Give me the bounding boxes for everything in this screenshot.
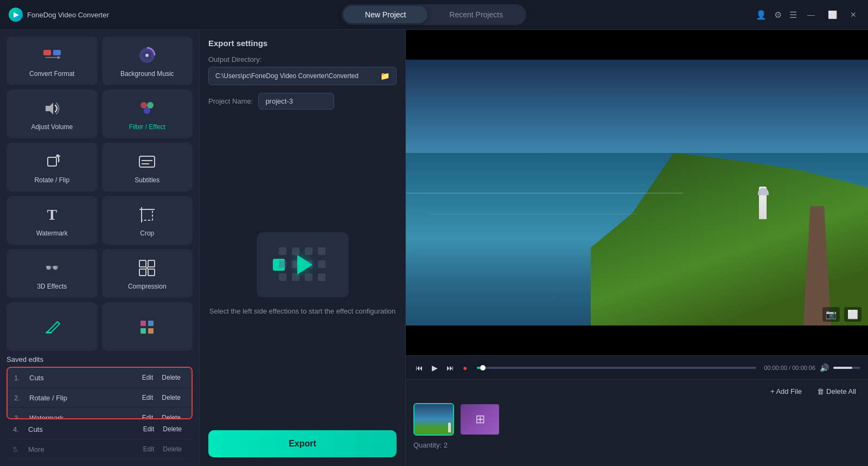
preview-overlay-controls: 📷 ⬜ [822, 307, 861, 322]
effect-placeholder: Select the left side effections to start… [208, 118, 397, 430]
close-button[interactable]: ✕ [847, 9, 859, 20]
file-list-actions: + Add File 🗑 Delete All [766, 385, 860, 398]
effect-icon-area [257, 232, 349, 297]
volume-slider[interactable] [833, 367, 860, 369]
tool-compression[interactable]: Compression [102, 249, 193, 298]
tool-watermark[interactable]: T Watermark [7, 196, 98, 245]
saved-edit-item-1: 1. Cuts Edit Delete [8, 368, 192, 388]
edit-btn-2[interactable]: Edit [138, 393, 158, 403]
svg-rect-27 [148, 328, 154, 334]
tool-convert-format[interactable]: Convert Format [7, 36, 98, 85]
user-icon[interactable]: 👤 [756, 10, 767, 20]
tool-rotate-flip[interactable]: Rotate / Flip [7, 143, 98, 191]
water-highlight-1 [406, 193, 683, 194]
progress-bar[interactable] [477, 367, 756, 369]
adjust-volume-label: Adjust Volume [31, 123, 73, 131]
play-button[interactable]: ▶ [430, 361, 440, 374]
background-music-icon [137, 45, 157, 66]
lighthouse-top [758, 188, 769, 195]
adjust-volume-icon [42, 98, 62, 119]
snapshot-button[interactable]: 📷 [822, 307, 840, 322]
video-preview: 📷 ⬜ [406, 30, 868, 355]
middle-panel: Export settings Output Directory: C:\Use… [200, 30, 406, 466]
svg-rect-14 [142, 209, 152, 220]
record-button[interactable]: ● [461, 361, 469, 374]
volume-icon[interactable]: 🔊 [820, 363, 829, 372]
tool-subtitles[interactable]: Subtitles [102, 143, 193, 191]
video-frame: 📷 ⬜ [406, 30, 868, 355]
file-list-area: + Add File 🗑 Delete All ⊞ [406, 379, 868, 466]
skip-back-button[interactable]: ⏮ [413, 361, 425, 374]
export-button[interactable]: Export [208, 430, 397, 457]
delete-all-button[interactable]: 🗑 Delete All [813, 385, 860, 398]
saved-edits-section: Saved edits 1. Cuts Edit Delete 2. Rotat… [7, 355, 193, 459]
saved-edit-item-2: 2. Rotate / Flip Edit Delete [8, 388, 192, 408]
tool-background-music[interactable]: Background Music [102, 36, 193, 85]
edit-btn-4[interactable]: Edit [139, 424, 159, 434]
nav-tabs: New Project Recent Projects [342, 4, 526, 25]
menu-icon[interactable]: ☰ [789, 10, 797, 20]
watermark-icon: T [42, 205, 62, 225]
delete-btn-3[interactable]: Delete [157, 413, 185, 419]
tool-filter-effect[interactable]: Filter / Effect [102, 90, 193, 138]
thumbnail-2[interactable]: ⊞ [459, 403, 500, 436]
tab-new-project[interactable]: New Project [343, 6, 427, 23]
svg-rect-26 [141, 328, 146, 334]
svg-rect-19 [139, 269, 146, 276]
svg-rect-20 [148, 269, 155, 276]
delete-btn-1[interactable]: Delete [157, 373, 185, 382]
thumb-2-scene: ⊞ [461, 404, 499, 435]
tool-11[interactable] [7, 302, 98, 351]
quantity-label: Quantity: 2 [413, 441, 448, 449]
edit-btn-5[interactable]: Edit [139, 444, 159, 454]
folder-browse-icon[interactable]: 📁 [380, 72, 390, 80]
edit-name-2: Rotate / Flip [29, 394, 138, 402]
delete-btn-4[interactable]: Delete [158, 424, 186, 434]
3d-effects-label: 3D Effects [37, 283, 67, 290]
convert-format-icon [42, 45, 62, 66]
output-directory-field: Output Directory: C:\Users\pc\FoneDog Vi… [208, 55, 397, 85]
delete-btn-2[interactable]: Delete [157, 393, 185, 403]
edit-number-4: 4. [13, 425, 24, 433]
svg-rect-25 [148, 321, 154, 326]
crop-label: Crop [140, 229, 154, 237]
add-file-button[interactable]: + Add File [766, 385, 806, 398]
svg-point-5 [145, 54, 149, 57]
rotate-flip-label: Rotate / Flip [34, 176, 69, 184]
video-content [406, 60, 868, 325]
tool-12[interactable] [102, 302, 193, 351]
edit-btn-3[interactable]: Edit [138, 413, 158, 419]
output-directory-label: Output Directory: [208, 55, 397, 63]
tool-adjust-volume[interactable]: Adjust Volume [7, 90, 98, 138]
output-path-field[interactable]: C:\Users\pc\FoneDog Video Converter\Conv… [208, 67, 397, 85]
edit-btn-1[interactable]: Edit [138, 373, 158, 382]
minimize-button[interactable]: — [805, 9, 818, 20]
3d-effects-icon: 👓 [42, 258, 62, 278]
skip-forward-button[interactable]: ⏭ [444, 361, 456, 374]
edit-name-4: Cuts [28, 425, 139, 433]
tab-recent-projects[interactable]: Recent Projects [427, 6, 525, 23]
delete-btn-5[interactable]: Delete [158, 444, 186, 454]
progress-dot [480, 365, 486, 371]
tool-3d-effects[interactable]: 👓 3D Effects [7, 249, 98, 298]
fullscreen-button[interactable]: ⬜ [844, 307, 861, 322]
letterbox-bottom [406, 325, 868, 355]
project-name-input[interactable] [258, 93, 334, 110]
svg-marker-2 [58, 56, 61, 59]
svg-point-7 [147, 102, 154, 108]
project-name-label: Project Name: [208, 97, 253, 105]
thumbnail-1[interactable] [413, 403, 454, 436]
app-title: FoneDog Video Converter [27, 11, 109, 19]
delete-all-label: Delete All [826, 387, 856, 395]
maximize-button[interactable]: ⬜ [825, 9, 840, 20]
tools-grid: Convert Format Background Music [7, 36, 193, 351]
video-controls-bar: ⏮ ▶ ⏭ ● 00:00:00 / 00:00:06 🔊 [406, 355, 868, 379]
tool-12-icon [137, 317, 157, 337]
settings-icon[interactable]: ⚙ [774, 10, 782, 20]
subtitles-icon [137, 151, 157, 172]
app-logo-icon: ▶ [9, 8, 23, 22]
edit-number-2: 2. [14, 394, 25, 402]
subtitles-label: Subtitles [135, 176, 159, 184]
svg-rect-24 [141, 321, 146, 326]
tool-crop[interactable]: Crop [102, 196, 193, 245]
